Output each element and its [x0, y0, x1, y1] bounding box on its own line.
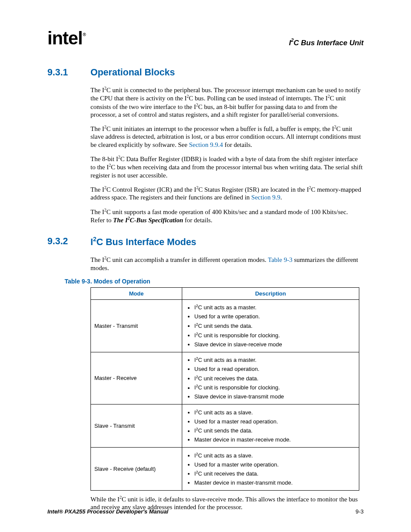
list-item: Used for a write operation.: [194, 312, 355, 321]
section-title: Operational Blocks: [90, 67, 175, 78]
list-item: I2C unit is responsible for clocking.: [194, 330, 355, 340]
list-item: I2C unit acts as a master.: [194, 355, 355, 365]
section-ref-link[interactable]: Section 9.9.4: [189, 141, 223, 148]
section-heading-9-3-1: 9.3.1 Operational Blocks: [47, 67, 364, 78]
footer-manual-title: Intel® PXA255 Processor Developer's Manu…: [47, 508, 168, 515]
table-row: Master - ReceiveI2C unit acts as a maste…: [91, 352, 359, 404]
section-number: 9.3.2: [47, 236, 90, 248]
list-item: Master device in master-receive mode.: [194, 436, 355, 445]
description-cell: I2C unit acts as a master.Used for a wri…: [182, 299, 359, 352]
paragraph: The I2C Control Register (ICR) and the I…: [90, 185, 364, 202]
description-cell: I2C unit acts as a slave.Used for a mast…: [182, 448, 359, 491]
list-item: Used for a master write operation.: [194, 460, 355, 469]
logo-e: e: [68, 28, 78, 48]
paragraph: The I2C unit initiates an interrupt to t…: [90, 124, 364, 149]
header-chapter-title: I2C Bus Interface Unit: [289, 38, 364, 47]
list-item: Slave device in slave-transmit mode: [194, 392, 355, 401]
table-row: Slave - TransmitI2C unit acts as a slave…: [91, 404, 359, 448]
list-item: I2C unit sends the data.: [194, 321, 355, 330]
description-cell: I2C unit acts as a master.Used for a rea…: [182, 352, 359, 404]
list-item: I2C unit receives the data.: [194, 469, 355, 479]
mode-cell: Slave - Receive (default): [91, 448, 182, 491]
table-ref-link[interactable]: Table 9-3: [268, 256, 293, 263]
list-item: I2C unit acts as a slave.: [194, 451, 355, 460]
list-item: Used for a master read operation.: [194, 417, 355, 426]
footer-page-number: 9-3: [355, 508, 364, 515]
list-item: I2C unit receives the data.: [194, 373, 355, 383]
list-item: Used for a read operation.: [194, 365, 355, 374]
description-cell: I2C unit acts as a slave.Used for a mast…: [182, 404, 359, 448]
mode-cell: Master - Transmit: [91, 299, 182, 352]
page-header: intel® I2C Bus Interface Unit: [47, 29, 364, 47]
page-footer: Intel® PXA255 Processor Developer's Manu…: [47, 508, 364, 515]
list-item: Master device in master-transmit mode.: [194, 478, 355, 487]
modes-table: Mode Description Master - TransmitI2C un…: [90, 287, 359, 491]
table-header-desc: Description: [182, 287, 359, 299]
paragraph: The I2C unit can accomplish a transfer i…: [90, 255, 364, 272]
logo-registered-icon: ®: [83, 32, 85, 37]
list-item: Slave device in slave-receive mode: [194, 340, 355, 349]
paragraph: The I2C unit supports a fast mode operat…: [90, 208, 364, 224]
mode-cell: Master - Receive: [91, 352, 182, 404]
section-heading-9-3-2: 9.3.2 I2C Bus Interface Modes: [47, 236, 364, 248]
paragraph: The I2C unit is connected to the periphe…: [90, 86, 364, 118]
table-header-mode: Mode: [91, 287, 182, 299]
paragraph: The 8-bit I2C Data Buffer Register (IDBR…: [90, 155, 364, 179]
logo-text: int: [47, 28, 68, 48]
table-row: Slave - Receive (default)I2C unit acts a…: [91, 448, 359, 491]
section-ref-link[interactable]: Section 9.9: [251, 194, 280, 201]
list-item: I2C unit sends the data.: [194, 426, 355, 436]
mode-cell: Slave - Transmit: [91, 404, 182, 448]
table-caption: Table 9-3. Modes of Operation: [65, 278, 364, 285]
table-row: Master - TransmitI2C unit acts as a mast…: [91, 299, 359, 352]
section-number: 9.3.1: [47, 67, 90, 78]
list-item: I2C unit acts as a slave.: [194, 408, 355, 417]
intel-logo: intel®: [47, 29, 85, 47]
section-title: I2C Bus Interface Modes: [90, 236, 196, 248]
logo-l: l: [78, 28, 83, 48]
list-item: I2C unit is responsible for clocking.: [194, 383, 355, 392]
list-item: I2C unit acts as a master.: [194, 303, 355, 312]
